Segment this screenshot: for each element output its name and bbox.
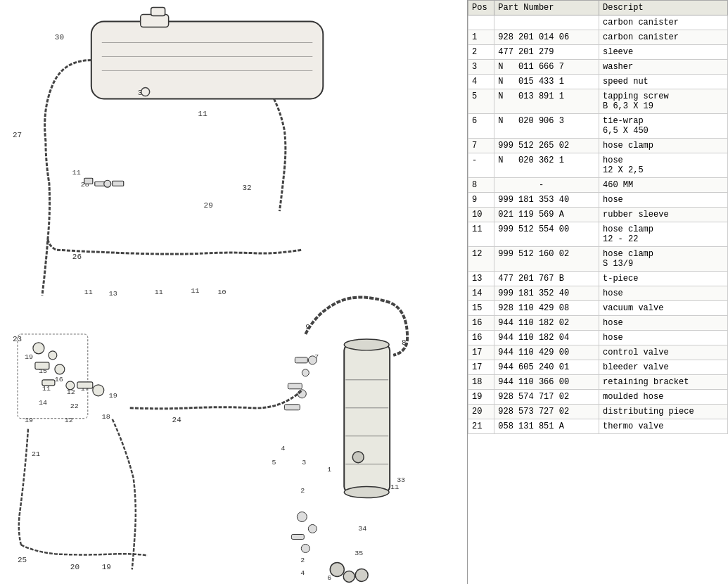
label-26: 26: [72, 253, 82, 261]
table-row: 1928 201 014 06carbon canister: [468, 30, 728, 45]
cell-pos: 20: [468, 405, 494, 419]
cell-desc: rubber sleeve: [599, 208, 727, 222]
cell-pn: 999 512 160 02: [494, 247, 599, 272]
cell-pn: 944 110 366 00: [494, 375, 599, 390]
cell-pos: 12: [468, 247, 494, 272]
label-11-a: 11: [84, 288, 93, 296]
parts-panel: Pos Part Number Descript carbon canister…: [468, 0, 728, 584]
label-10: 10: [218, 288, 226, 296]
svg-rect-20: [344, 345, 390, 493]
svg-rect-18: [77, 382, 93, 388]
cell-pn: N 011 666 7: [494, 60, 599, 75]
cell-desc: carbon canister: [599, 15, 727, 30]
label-11-top: 11: [198, 110, 208, 118]
label-2-b: 2: [300, 557, 305, 564]
cell-desc: hose: [599, 331, 727, 345]
cell-desc: washer: [599, 60, 727, 75]
cell-desc: speed nut: [599, 75, 727, 89]
svg-point-9: [104, 180, 111, 187]
cell-desc: 460 MM: [599, 178, 727, 193]
cell-desc: tie-wrap 6,5 X 450: [599, 114, 727, 139]
table-row: carbon canister: [468, 15, 728, 30]
svg-point-30: [302, 369, 309, 376]
svg-rect-5: [151, 8, 165, 16]
cell-pn: 944 605 240 01: [494, 360, 599, 375]
svg-rect-29: [295, 357, 307, 363]
label-21: 21: [32, 450, 40, 458]
svg-rect-0: [91, 22, 324, 99]
svg-point-17: [66, 381, 75, 390]
label-5-r: 5: [272, 459, 276, 466]
cell-pos: 10: [468, 208, 494, 222]
table-row: 5N 013 891 1tapping screw B 6,3 X 19: [468, 89, 728, 114]
label-32: 32: [242, 184, 251, 192]
cell-pos: 3: [468, 60, 494, 75]
cell-pn: -: [494, 178, 599, 193]
table-row: 20928 573 727 02distributing piece: [468, 405, 728, 419]
table-row: 12999 512 160 02hose clamp S 13/9: [468, 247, 728, 272]
svg-rect-36: [291, 534, 304, 539]
cell-pos: 13: [468, 272, 494, 286]
label-20: 20: [70, 563, 79, 571]
cell-pn: 477 201 767 B: [494, 272, 599, 286]
cell-pn: 928 573 727 02: [494, 405, 599, 419]
label-19-c: 19: [25, 417, 33, 424]
label-6-b: 6: [327, 574, 331, 582]
table-row: 7999 512 265 02hose clamp: [468, 139, 728, 153]
svg-point-35: [308, 525, 317, 533]
table-row: 16944 110 182 02hose: [468, 316, 728, 331]
svg-point-21: [344, 339, 389, 350]
label-2-r: 2: [300, 487, 305, 495]
svg-point-19: [93, 385, 104, 396]
cell-desc: bleeder valve: [599, 360, 727, 375]
svg-rect-33: [284, 405, 300, 410]
cell-pn: N 020 362 1: [494, 153, 599, 178]
cell-desc: hose clamp S 13/9: [599, 247, 727, 272]
cell-pn: [494, 15, 599, 30]
label-27: 27: [13, 131, 22, 139]
label-11-d: 11: [42, 385, 51, 393]
label-29: 29: [204, 201, 213, 210]
label-4-b: 4: [300, 569, 305, 577]
cell-pn: 999 512 554 00: [494, 222, 599, 247]
label-14: 14: [39, 399, 47, 407]
cell-pos: 7: [468, 139, 494, 153]
table-row: 21058 131 851 Athermo valve: [468, 419, 728, 434]
label-22: 22: [70, 402, 79, 410]
cell-pn: 999 181 353 40: [494, 193, 599, 208]
cell-pos: 1: [468, 30, 494, 45]
diagram-panel: 30 31 11 27 32 29 11 28 26: [0, 0, 468, 584]
label-13: 13: [109, 290, 117, 298]
svg-point-40: [355, 569, 368, 581]
cell-desc: hose 12 X 2,5: [599, 153, 727, 178]
label-19-a: 19: [25, 353, 33, 361]
cell-desc: carbon canister: [599, 30, 727, 45]
svg-point-39: [343, 571, 355, 582]
cell-pos: 8: [468, 178, 494, 193]
label-3-r: 3: [302, 459, 306, 466]
label-30: 30: [55, 33, 64, 42]
cell-desc: t-piece: [599, 272, 727, 286]
cell-pos: 9: [468, 193, 494, 208]
cell-pos: -: [468, 153, 494, 178]
table-row: 10021 119 569 Arubber sleeve: [468, 208, 728, 222]
cell-desc: hose: [599, 193, 727, 208]
cell-pos: 21: [468, 419, 494, 434]
cell-pn: 058 131 851 A: [494, 419, 599, 434]
svg-rect-31: [288, 383, 302, 389]
cell-desc: vacuum valve: [599, 301, 727, 316]
cell-pos: 14: [468, 286, 494, 301]
svg-rect-8: [95, 182, 105, 186]
cell-pn: 944 110 182 04: [494, 331, 599, 345]
label-11-b: 11: [155, 288, 163, 296]
cell-pos: [468, 15, 494, 30]
table-row: 17944 110 429 00control valve: [468, 345, 728, 360]
col-header-desc: Descript: [599, 1, 727, 15]
cell-desc: sleeve: [599, 45, 727, 60]
cell-pn: 928 574 717 02: [494, 390, 599, 405]
cell-desc: hose: [599, 316, 727, 331]
label-11-mid: 11: [72, 169, 81, 177]
label-35: 35: [355, 550, 363, 557]
cell-pos: 18: [468, 375, 494, 390]
cell-pn: 944 110 429 00: [494, 345, 599, 360]
